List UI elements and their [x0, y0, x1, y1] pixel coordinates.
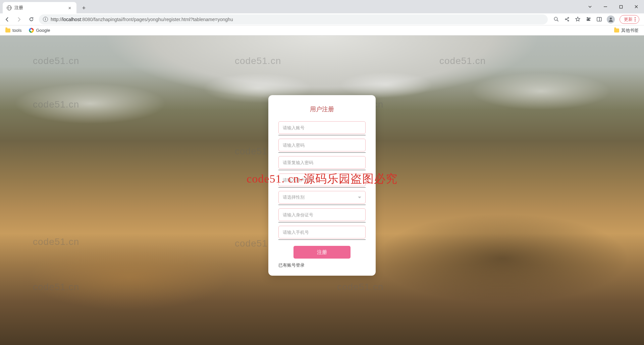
page-viewport: code51.cn code51.cn code51.cn code51.cn …	[0, 36, 644, 345]
field-idcard	[278, 208, 366, 221]
login-link[interactable]: 已有账号登录	[278, 263, 366, 268]
window-close-button[interactable]	[629, 0, 644, 13]
field-account	[278, 121, 366, 134]
google-icon	[29, 28, 34, 33]
account-input[interactable]	[278, 121, 366, 134]
tab-close-button[interactable]: ×	[67, 5, 72, 10]
tab-search-button[interactable]	[582, 0, 598, 13]
update-button[interactable]: 更新	[620, 15, 639, 24]
zoom-icon[interactable]	[553, 16, 559, 22]
site-info-icon[interactable]: i	[43, 17, 48, 22]
svg-point-1	[554, 17, 557, 20]
browser-tab[interactable]: 注册 ×	[3, 2, 76, 13]
bookmark-google[interactable]: Google	[29, 28, 50, 33]
svg-rect-5	[597, 17, 601, 21]
address-bar[interactable]: i http://localhost:8080/fanzhapingtai/fr…	[39, 14, 548, 24]
register-button[interactable]: 注册	[293, 246, 351, 259]
gender-placeholder: 请选择性别	[283, 194, 305, 200]
field-phone	[278, 226, 366, 238]
menu-dots-icon	[635, 19, 636, 20]
field-gender: 请选择性别	[278, 191, 366, 204]
idcard-input[interactable]	[278, 208, 366, 221]
bookmark-tools[interactable]: tools	[5, 28, 21, 33]
svg-point-2	[568, 17, 569, 18]
svg-point-3	[568, 20, 569, 21]
window-minimize-button[interactable]	[598, 0, 613, 13]
globe-icon	[7, 5, 12, 10]
browser-titlebar: 注册 × +	[0, 0, 644, 13]
share-icon[interactable]	[564, 16, 570, 22]
nav-reload-button[interactable]	[27, 15, 36, 24]
field-password	[278, 139, 366, 151]
register-card: 用户注册 请选择性别	[268, 95, 376, 276]
nav-back-button[interactable]	[3, 15, 11, 24]
field-name	[278, 174, 366, 186]
chevron-down-icon	[358, 197, 361, 198]
password-input[interactable]	[278, 139, 366, 151]
field-password-confirm	[278, 156, 366, 169]
profile-avatar[interactable]	[607, 15, 615, 23]
sidepanel-icon[interactable]	[596, 16, 602, 22]
folder-icon	[614, 28, 619, 32]
name-input[interactable]	[278, 174, 366, 186]
update-label: 更新	[624, 16, 633, 22]
folder-icon	[5, 28, 10, 32]
bookmark-other[interactable]: 其他书签	[614, 27, 639, 33]
window-maximize-button[interactable]	[613, 0, 629, 13]
nav-forward-button[interactable]	[15, 15, 23, 24]
url-text: http://localhost:8080/fanzhapingtai/fron…	[51, 17, 544, 22]
browser-toolbar: i http://localhost:8080/fanzhapingtai/fr…	[0, 13, 644, 25]
gender-select[interactable]: 请选择性别	[278, 191, 366, 204]
register-title: 用户注册	[278, 105, 366, 113]
svg-point-6	[610, 17, 612, 19]
extensions-icon[interactable]	[585, 16, 591, 22]
svg-point-4	[565, 19, 566, 20]
phone-input[interactable]	[278, 226, 366, 238]
bookmark-star-icon[interactable]	[575, 16, 581, 22]
svg-rect-0	[620, 5, 622, 8]
new-tab-button[interactable]: +	[79, 3, 89, 13]
tab-title: 注册	[14, 5, 64, 11]
password-confirm-input[interactable]	[278, 156, 366, 169]
bookmarks-bar: tools Google 其他书签	[0, 25, 644, 36]
